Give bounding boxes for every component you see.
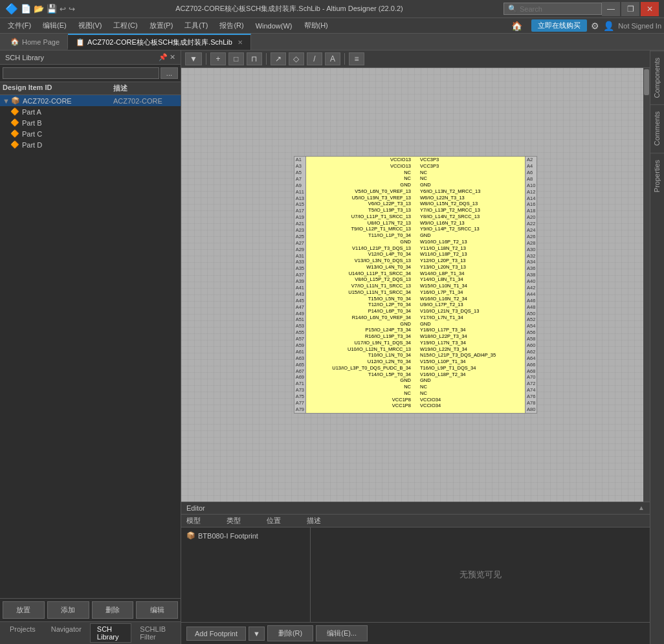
edit-button[interactable]: 编辑 [136, 601, 178, 619]
menu-file[interactable]: 文件(F) [3, 19, 36, 32]
part-icon: 🔶 [10, 140, 19, 149]
scrollbar-v[interactable] [643, 68, 650, 502]
right-pins-numbers: A2A4A6A8A10 A12A14A16A18A20 A22A24A26A28… [526, 157, 537, 413]
buy-button[interactable]: 立即在线购买 [531, 19, 587, 32]
tab-schlib[interactable]: 📋 ACZ702-CORE核心板SCH集成封装库.SchLib ✕ [68, 34, 251, 50]
toolbar-right: 🏠 立即在线购买 ⚙ 👤 Not Signed In [511, 19, 661, 32]
components-tab[interactable]: Components [650, 50, 664, 104]
tool-text[interactable]: A [325, 52, 340, 65]
component-search-button[interactable]: ... [160, 67, 178, 79]
editor-scroll-up[interactable]: ▲ [638, 504, 645, 511]
app-icons: 🔷 📄 📂 💾 ↩ ↪ [5, 3, 75, 15]
part-d-row[interactable]: 🔶 Part D [0, 139, 181, 150]
delete-button[interactable]: 删除 [92, 601, 134, 619]
add-footprint-dropdown[interactable]: ▼ [249, 627, 265, 641]
editor-list: 📦 BTB080-I Footprint [181, 527, 311, 622]
icon-home[interactable]: 🏠 [511, 21, 522, 31]
not-signed-in[interactable]: Not Signed In [618, 22, 661, 30]
tool-arrow[interactable]: ↗ [271, 52, 286, 65]
btab-schlib-filter[interactable]: SCHLIB Filter [133, 623, 178, 643]
home-icon: 🏠 [10, 38, 19, 46]
canvas-area[interactable]: A1A3A5A7A9 A11A13A15A17A19 A21A23A25A27A… [181, 68, 650, 502]
component-row-acz702[interactable]: ▼ 📦 ACZ702-CORE ACZ702-CORE [0, 95, 181, 106]
part-a-label: Part A [22, 108, 178, 116]
close-button[interactable]: ✕ [641, 2, 659, 16]
btab-navigator[interactable]: Navigator [44, 623, 89, 643]
add-footprint-button[interactable]: Add Footprint [186, 627, 246, 641]
footprint-name: BTB080-I Footprint [198, 532, 258, 540]
minimize-button[interactable]: — [602, 2, 620, 16]
toolbar-strip: ▼ + □ ⊓ ↗ ◇ / A ≡ [181, 50, 650, 68]
tool-rect[interactable]: □ [228, 52, 244, 65]
tool-sep-3 [344, 53, 345, 65]
edit-footprint-button[interactable]: 编辑(E)... [316, 625, 368, 641]
icon-account[interactable]: 👤 [603, 21, 614, 31]
panel-pin-icon[interactable]: 📌 [159, 53, 168, 61]
open-icon[interactable]: 📂 [34, 4, 44, 14]
part-icon: 🔶 [10, 118, 19, 127]
maximize-button[interactable]: ❐ [621, 2, 639, 16]
col-type: 类型 [227, 516, 241, 526]
component-tree[interactable]: ▼ 📦 ACZ702-CORE ACZ702-CORE 🔶 Part A 🔶 P… [0, 95, 181, 598]
part-a-row[interactable]: 🔶 Part A [0, 106, 181, 117]
part-icon: 🔶 [10, 107, 19, 116]
tool-sep-2 [266, 53, 267, 65]
ic-body: A1A3A5A7A9 A11A13A15A17A19 A21A23A25A27A… [294, 156, 538, 414]
component-search-input[interactable] [3, 67, 159, 79]
editor-content: 📦 BTB080-I Footprint 无预览可见 [181, 527, 650, 622]
undo-icon[interactable]: ↩ [60, 5, 66, 14]
comments-tab[interactable]: Comments [650, 104, 664, 152]
search-box[interactable]: 🔍 [504, 3, 602, 15]
canvas-inner: A1A3A5A7A9 A11A13A15A17A19 A21A23A25A27A… [181, 68, 650, 502]
editor-header: Editor ▲ [181, 502, 650, 515]
part-b-label: Part B [22, 119, 178, 127]
add-button[interactable]: 添加 [47, 601, 89, 619]
tab-home[interactable]: 🏠 Home Page [3, 35, 68, 49]
sch-lib-header: SCH Library 📌 ✕ [0, 50, 181, 65]
footprint-item[interactable]: 📦 BTB080-I Footprint [184, 530, 307, 541]
sch-lib-search-bar: ... [0, 65, 181, 82]
new-icon[interactable]: 📄 [21, 4, 31, 14]
menu-project[interactable]: 工程(C) [108, 19, 142, 32]
panel-close-icon[interactable]: ✕ [170, 53, 175, 61]
redo-icon[interactable]: ↪ [69, 5, 75, 14]
delete-footprint-button[interactable]: 删除(R) [267, 625, 313, 641]
menu-window[interactable]: Window(W) [250, 21, 298, 31]
part-b-row[interactable]: 🔶 Part B [0, 117, 181, 128]
bottom-tabs: Projects Navigator SCH Library SCHLIB Fi… [0, 621, 181, 644]
editor-panel: Editor ▲ 模型 类型 位置 描述 📦 BTB080-I Footprin… [181, 502, 650, 644]
window-controls: — ❐ ✕ [602, 2, 659, 16]
btab-projects[interactable]: Projects [3, 623, 43, 643]
left-panel: SCH Library 📌 ✕ ... Design Item ID 描述 ▼ … [0, 50, 181, 644]
search-icon: 🔍 [508, 5, 517, 13]
tool-add-pin[interactable]: + [210, 52, 226, 65]
ic-main-body: VCCIO13VCC3P3 VCCIO13VCC3P3 NCNC NCNC GN… [305, 157, 526, 413]
part-c-row[interactable]: 🔶 Part C [0, 128, 181, 139]
menu-tools[interactable]: 工具(T) [179, 19, 213, 32]
editor-preview: 无预览可见 [311, 527, 650, 622]
save-icon[interactable]: 💾 [47, 4, 57, 14]
tab-close-schlib[interactable]: ✕ [238, 39, 243, 46]
properties-tab[interactable]: Properties [650, 153, 664, 199]
menu-place[interactable]: 放置(P) [144, 19, 179, 32]
schematic-component: A1A3A5A7A9 A11A13A15A17A19 A21A23A25A27A… [294, 156, 538, 414]
menu-view[interactable]: 视图(V) [73, 19, 107, 32]
search-input[interactable] [520, 5, 597, 13]
tool-select[interactable]: ▼ [185, 52, 202, 65]
tool-diamond[interactable]: ◇ [289, 52, 304, 65]
icon-settings[interactable]: ⚙ [591, 21, 599, 31]
menu-help[interactable]: 帮助(H) [299, 19, 333, 32]
editor-title: Editor [186, 504, 205, 512]
place-button[interactable]: 放置 [3, 601, 45, 619]
tool-poly[interactable]: ⊓ [247, 52, 262, 65]
tool-line[interactable]: / [307, 52, 322, 65]
btab-schlib[interactable]: SCH Library [90, 623, 131, 643]
editor-columns: 模型 类型 位置 描述 [181, 515, 650, 527]
app-icon: 🔷 [5, 3, 18, 15]
sch-lib-title: SCH Library [5, 54, 44, 61]
tool-more[interactable]: ≡ [349, 52, 364, 65]
menu-reports[interactable]: 报告(R) [214, 19, 249, 32]
menu-edit[interactable]: 编辑(E) [38, 19, 72, 32]
col-model: 模型 [186, 516, 201, 526]
preview-text: 无预览可见 [459, 569, 502, 581]
